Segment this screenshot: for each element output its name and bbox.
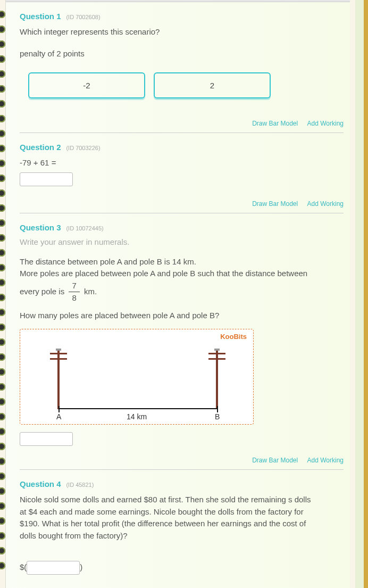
question-3-line2b: every pole is 7 8 km.	[20, 280, 344, 304]
question-4-answer-input[interactable]	[27, 561, 80, 575]
q3-pre: every pole is	[20, 286, 66, 295]
question-3-header: Question 3 (ID 10072445)	[20, 223, 344, 232]
question-3-line2a: More poles are placed between pole A and…	[20, 268, 344, 280]
q3-post: km.	[84, 286, 97, 295]
spiral-binding	[0, 0, 5, 588]
pole-b-icon	[216, 351, 218, 409]
question-3-line1: The distance between pole A and pole B i…	[20, 256, 344, 268]
question-2-id: (ID 7003226)	[66, 145, 100, 151]
question-1-header: Question 1 (ID 7002608)	[20, 12, 344, 21]
add-working-link[interactable]: Add Working	[307, 457, 344, 464]
question-2-prompt: -79 + 61 =	[20, 157, 344, 169]
question-3-links: Draw Bar Model Add Working	[20, 457, 344, 464]
question-2-answer-input[interactable]	[20, 172, 73, 186]
draw-bar-model-link[interactable]: Draw Bar Model	[252, 120, 298, 127]
fraction-numerator: 7	[69, 280, 79, 292]
worksheet-content: Question 1 (ID 7002608) Which integer re…	[5, 0, 350, 588]
question-4: Question 4 (ID 45821) Nicole sold some d…	[20, 479, 344, 580]
draw-bar-model-link[interactable]: Draw Bar Model	[252, 457, 298, 464]
question-1-scenario: penalty of 2 points	[20, 48, 344, 60]
question-4-answer-row: $()	[20, 561, 344, 575]
question-1-id: (ID 7002608)	[66, 14, 100, 20]
question-4-id: (ID 45821)	[66, 482, 94, 488]
question-1-choices: -2 2	[28, 72, 344, 98]
question-3-answer-input[interactable]	[20, 432, 73, 446]
edge-inner	[355, 0, 364, 588]
add-working-link[interactable]: Add Working	[307, 120, 344, 127]
question-4-header: Question 4 (ID 45821)	[20, 479, 344, 488]
edge-gold	[364, 0, 368, 588]
pole-a-icon	[57, 351, 60, 409]
question-2-header: Question 2 (ID 7003226)	[20, 143, 344, 152]
question-3-diagram: KooBits A B 14 km	[20, 329, 254, 425]
question-3: Question 3 (ID 10072445) Write your answ…	[20, 223, 344, 470]
answer-suffix: )	[80, 562, 82, 572]
answer-prefix: $(	[20, 562, 27, 572]
draw-bar-model-link[interactable]: Draw Bar Model	[252, 200, 298, 208]
diagram-label-a: A	[56, 412, 61, 421]
question-1-prompt: Which integer represents this scenario?	[20, 26, 344, 38]
question-3-hint: Write your answer in numerals.	[20, 237, 344, 246]
question-1-title: Question 1	[20, 12, 61, 21]
fraction-7-8: 7 8	[69, 280, 79, 304]
question-1: Question 1 (ID 7002608) Which integer re…	[20, 12, 344, 133]
question-3-id: (ID 10072445)	[66, 225, 103, 231]
add-working-link[interactable]: Add Working	[307, 200, 344, 208]
question-2-links: Draw Bar Model Add Working	[20, 200, 344, 208]
question-4-title: Question 4	[20, 479, 61, 488]
diagram-brand: KooBits	[220, 333, 247, 341]
diagram-label-dist: 14 km	[127, 412, 147, 421]
question-1-links: Draw Bar Model Add Working	[20, 120, 344, 127]
question-3-line3: How many poles are placed between pole A…	[20, 310, 344, 322]
choice-neg-2[interactable]: -2	[28, 72, 145, 98]
question-2: Question 2 (ID 7003226) -79 + 61 = Draw …	[20, 143, 344, 213]
top-divider	[6, 0, 350, 2]
question-4-body: Nicole sold some dolls and earned $80 at…	[20, 494, 317, 542]
fraction-denominator: 8	[69, 292, 79, 304]
diagram-label-b: B	[215, 412, 220, 421]
measure-line	[58, 408, 218, 409]
question-3-title: Question 3	[20, 223, 61, 232]
choice-2[interactable]: 2	[154, 72, 271, 98]
question-2-title: Question 2	[20, 143, 61, 152]
